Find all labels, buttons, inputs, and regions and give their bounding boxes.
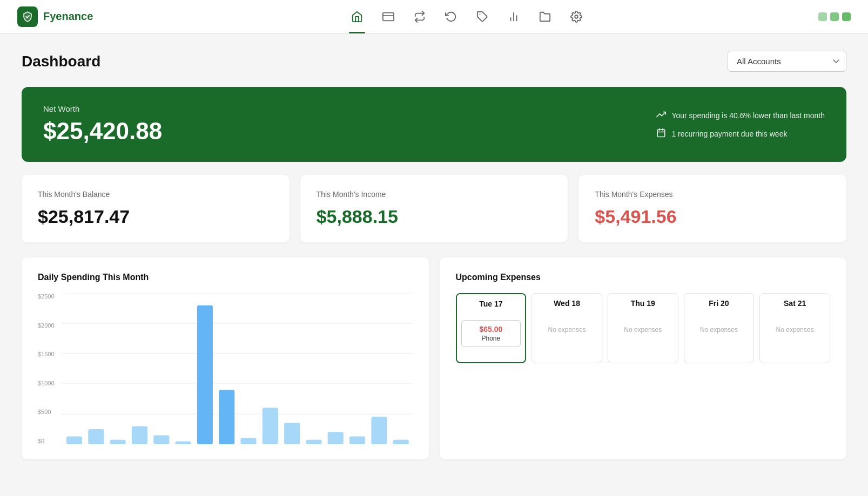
nav-wallet[interactable] — [375, 3, 402, 30]
svg-rect-32 — [393, 440, 409, 444]
day-tue-17-body: $65.00 Phone — [457, 314, 526, 362]
svg-rect-23 — [197, 305, 213, 444]
insight-spending-text: Your spending is 40.6% lower than last m… — [671, 111, 825, 120]
main-content: Dashboard All Accounts Checking Savings … — [0, 33, 868, 477]
app-name: Fyenance — [43, 10, 93, 23]
svg-rect-7 — [658, 130, 665, 137]
svg-rect-22 — [176, 441, 191, 444]
stat-balance-value: $25,817.47 — [38, 206, 273, 227]
svg-rect-20 — [132, 426, 147, 444]
dot-1 — [818, 12, 827, 21]
expense-phone-name: Phone — [468, 335, 514, 342]
day-tue-17-header: Tue 17 — [457, 294, 526, 314]
day-fri-20: Fri 20 No expenses — [684, 293, 755, 363]
y-label-2000: $2000 — [38, 322, 55, 329]
navbar-dots — [818, 12, 851, 21]
day-wed-18-header: Wed 18 — [532, 294, 602, 313]
dot-2 — [830, 12, 839, 21]
net-worth-left: Net Worth $25,420.88 — [43, 104, 162, 145]
upcoming-grid: Tue 17 $65.00 Phone Wed 18 No expenses — [456, 293, 831, 363]
day-thu-19: Thu 19 No expenses — [608, 293, 678, 363]
svg-rect-30 — [349, 436, 365, 444]
stat-balance: This Month's Balance $25,817.47 — [22, 175, 290, 242]
stat-expenses-value: $5,491.56 — [595, 206, 830, 227]
net-worth-label: Net Worth — [43, 104, 162, 113]
thu-19-no-expenses: No expenses — [624, 320, 662, 334]
app-logo[interactable]: Fyenance — [17, 6, 93, 27]
y-label-1000: $1000 — [38, 380, 55, 386]
page-header: Dashboard All Accounts Checking Savings … — [22, 51, 846, 72]
dot-3 — [842, 12, 851, 21]
navbar: Fyenance — [0, 0, 868, 33]
calendar-icon — [656, 128, 666, 140]
nav-transfer[interactable] — [406, 3, 433, 30]
nav-home[interactable] — [344, 3, 371, 30]
day-sat-21: Sat 21 No expenses — [759, 293, 830, 363]
nav-folder[interactable] — [531, 3, 559, 30]
net-worth-insights: Your spending is 40.6% lower than last m… — [656, 110, 825, 140]
nav-settings[interactable] — [563, 3, 590, 30]
svg-point-6 — [575, 15, 578, 18]
stat-expenses: This Month's Expenses $5,491.56 — [578, 175, 846, 242]
y-label-500: $500 — [38, 409, 55, 415]
svg-rect-31 — [371, 417, 387, 444]
net-worth-banner: Net Worth $25,420.88 Your spending is 40… — [22, 87, 846, 162]
svg-rect-21 — [153, 435, 169, 444]
stat-balance-label: This Month's Balance — [38, 190, 273, 199]
bottom-row: Daily Spending This Month $2500 $2000 $1… — [22, 257, 846, 459]
day-fri-20-header: Fri 20 — [684, 294, 754, 313]
svg-rect-26 — [263, 408, 278, 444]
chart-title: Daily Spending This Month — [38, 273, 413, 282]
svg-rect-25 — [240, 438, 256, 444]
logo-icon — [17, 6, 38, 27]
svg-rect-17 — [66, 436, 82, 444]
chart-svg — [62, 293, 413, 444]
trend-icon — [656, 110, 666, 121]
chart-card: Daily Spending This Month $2500 $2000 $1… — [22, 257, 429, 459]
day-fri-20-body: No expenses — [684, 313, 754, 362]
chart-area: $2500 $2000 $1500 $1000 $500 $0 — [38, 293, 413, 444]
y-label-0: $0 — [38, 438, 55, 444]
y-label-2500: $2500 — [38, 293, 55, 300]
expense-phone: $65.00 Phone — [461, 320, 521, 347]
svg-rect-24 — [219, 390, 234, 444]
chart-svg-wrapper — [62, 293, 413, 444]
day-thu-19-header: Thu 19 — [608, 294, 678, 313]
upcoming-card: Upcoming Expenses Tue 17 $65.00 Phone We… — [440, 257, 847, 459]
sat-21-no-expenses: No expenses — [776, 320, 814, 334]
svg-rect-28 — [306, 440, 321, 444]
chart-y-labels: $2500 $2000 $1500 $1000 $500 $0 — [38, 293, 55, 444]
svg-rect-27 — [284, 423, 300, 444]
insight-recurring: 1 recurring payment due this week — [656, 128, 825, 140]
stat-income: This Month's Income $5,888.15 — [300, 175, 568, 242]
svg-rect-0 — [383, 12, 394, 21]
account-select[interactable]: All Accounts Checking Savings Credit Car… — [728, 51, 846, 72]
insight-spending: Your spending is 40.6% lower than last m… — [656, 110, 825, 121]
stat-expenses-label: This Month's Expenses — [595, 190, 830, 199]
day-sat-21-body: No expenses — [760, 313, 830, 362]
stat-income-value: $5,888.15 — [317, 206, 552, 227]
wed-18-no-expenses: No expenses — [548, 320, 586, 334]
nav-chart[interactable] — [500, 3, 527, 30]
insight-recurring-text: 1 recurring payment due this week — [671, 130, 787, 138]
fri-20-no-expenses: No expenses — [700, 320, 738, 334]
day-tue-17: Tue 17 $65.00 Phone — [456, 293, 527, 363]
day-wed-18: Wed 18 No expenses — [531, 293, 602, 363]
day-wed-18-body: No expenses — [532, 313, 602, 362]
nav-refresh[interactable] — [438, 3, 465, 30]
svg-rect-29 — [328, 432, 344, 444]
y-label-1500: $1500 — [38, 351, 55, 357]
upcoming-title: Upcoming Expenses — [456, 273, 831, 282]
expense-phone-amount: $65.00 — [468, 325, 514, 334]
nav-tags[interactable] — [469, 3, 496, 30]
net-worth-value: $25,420.88 — [43, 118, 162, 145]
nav-items — [115, 3, 818, 30]
day-thu-19-body: No expenses — [608, 313, 678, 362]
stats-row: This Month's Balance $25,817.47 This Mon… — [22, 175, 846, 242]
svg-rect-19 — [110, 440, 126, 444]
day-sat-21-header: Sat 21 — [760, 294, 830, 313]
stat-income-label: This Month's Income — [317, 190, 552, 199]
svg-rect-18 — [88, 429, 104, 444]
page-title: Dashboard — [22, 53, 100, 70]
